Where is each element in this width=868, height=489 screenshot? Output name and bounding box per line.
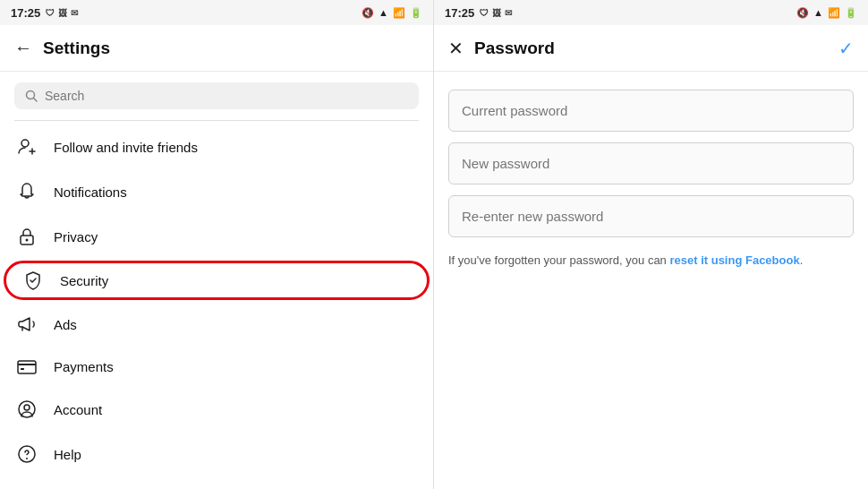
security-label: Security <box>60 273 108 288</box>
password-form: If you've forgotten your password, you c… <box>434 72 868 291</box>
right-status-icons-left: 🛡 🖼 ✉ <box>480 8 512 18</box>
image-status-icon-r: 🖼 <box>492 8 501 18</box>
password-header: ✕ Password ✓ <box>434 25 868 72</box>
sidebar-item-help[interactable]: Help <box>0 432 433 476</box>
sidebar-item-privacy[interactable]: Privacy <box>0 214 433 259</box>
svg-point-13 <box>26 458 28 459</box>
notifications-label: Notifications <box>54 184 127 200</box>
search-bar <box>14 82 419 109</box>
battery-icon: 🔋 <box>410 7 422 19</box>
mute-icon: 🔇 <box>362 7 374 19</box>
reenter-password-input[interactable] <box>448 195 854 237</box>
right-status-icons-right: 🔇 ▲ 📶 🔋 <box>796 7 857 19</box>
battery-icon-r: 🔋 <box>845 7 857 19</box>
settings-header: ← Settings <box>0 25 433 72</box>
sidebar-item-security[interactable]: Security <box>4 261 430 300</box>
payments-label: Payments <box>54 359 114 374</box>
wifi-icon-r: ▲ <box>813 7 823 18</box>
search-divider <box>14 120 419 121</box>
signal-icon: 📶 <box>393 7 405 19</box>
search-input[interactable] <box>45 89 408 103</box>
sidebar-item-payments[interactable]: Payments <box>0 347 433 387</box>
right-time: 17:25 <box>445 6 474 20</box>
shield-status-icon: 🛡 <box>46 8 55 18</box>
new-password-input[interactable] <box>448 142 854 184</box>
follow-icon <box>14 137 39 157</box>
account-label: Account <box>54 402 102 417</box>
close-button[interactable]: ✕ <box>448 38 464 59</box>
settings-panel: 17:25 🛡 🖼 ✉ 🔇 ▲ 📶 🔋 ← Settings <box>0 0 434 489</box>
svg-point-11 <box>24 405 30 410</box>
card-icon <box>14 360 39 374</box>
forgot-text-suffix: . <box>800 253 804 267</box>
sidebar-item-ads[interactable]: Ads <box>0 302 433 347</box>
current-password-input[interactable] <box>448 90 854 132</box>
settings-title: Settings <box>43 39 110 58</box>
search-icon <box>25 90 38 102</box>
lock-icon <box>14 227 39 246</box>
left-time: 17:25 <box>11 6 40 20</box>
megaphone-icon <box>14 314 39 334</box>
right-status-icons: 🔇 ▲ 📶 🔋 <box>362 7 422 19</box>
help-icon <box>14 444 39 464</box>
ads-label: Ads <box>54 317 77 332</box>
sidebar-item-notifications[interactable]: Notifications <box>0 169 433 214</box>
mail-status-icon: ✉ <box>71 8 78 18</box>
left-status-icons: 🛡 🖼 ✉ <box>46 8 78 18</box>
back-button[interactable]: ← <box>14 38 32 58</box>
sidebar-item-account[interactable]: Account <box>0 387 433 432</box>
menu-list: Follow and invite friends Notifications <box>0 124 433 489</box>
shield-status-icon-r: 🛡 <box>480 8 489 18</box>
password-panel: 17:25 🛡 🖼 ✉ 🔇 ▲ 📶 🔋 ✕ Password ✓ If you'… <box>434 0 868 489</box>
forgot-password-text: If you've forgotten your password, you c… <box>448 248 854 273</box>
bell-icon <box>14 182 39 202</box>
shield-icon <box>21 270 46 290</box>
account-icon <box>14 399 39 419</box>
mail-status-icon-r: ✉ <box>505 8 512 18</box>
wifi-icon: ▲ <box>379 7 388 18</box>
left-status-bar: 17:25 🛡 🖼 ✉ 🔇 ▲ 📶 🔋 <box>0 0 433 25</box>
help-label: Help <box>54 447 81 462</box>
image-status-icon: 🖼 <box>58 8 67 18</box>
reset-facebook-link[interactable]: reset it using Facebook <box>669 253 799 267</box>
mute-icon-r: 🔇 <box>796 7 809 19</box>
password-title: Password <box>474 39 555 58</box>
svg-line-1 <box>34 99 38 102</box>
svg-rect-7 <box>18 361 36 373</box>
svg-rect-9 <box>21 368 24 370</box>
confirm-button[interactable]: ✓ <box>838 38 854 59</box>
signal-icon-r: 📶 <box>828 7 840 19</box>
svg-point-2 <box>21 140 29 147</box>
follow-label: Follow and invite friends <box>54 140 198 155</box>
privacy-label: Privacy <box>54 229 98 244</box>
svg-point-6 <box>26 239 29 242</box>
sidebar-item-follow[interactable]: Follow and invite friends <box>0 124 433 169</box>
forgot-text-prefix: If you've forgotten your password, you c… <box>448 253 669 267</box>
right-status-bar: 17:25 🛡 🖼 ✉ 🔇 ▲ 📶 🔋 <box>434 0 868 25</box>
